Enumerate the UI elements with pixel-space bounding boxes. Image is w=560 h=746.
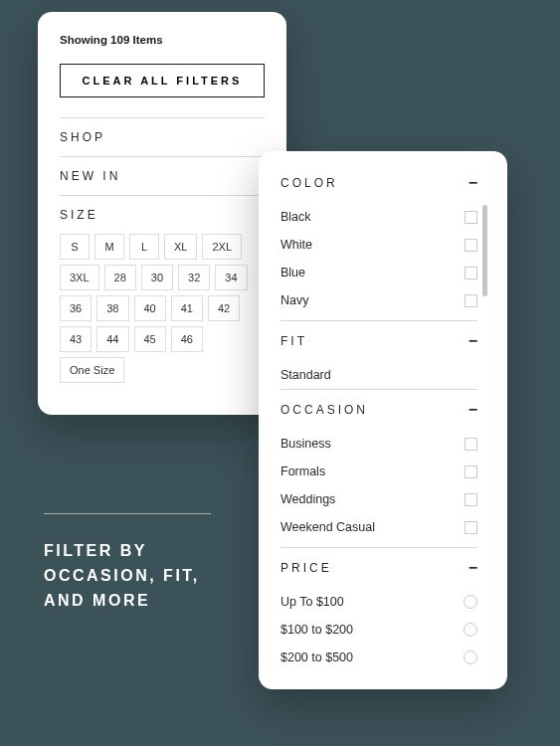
size-option[interactable]: 45 [134,326,166,352]
occasion-option-row[interactable]: Weddings [280,485,477,513]
size-option[interactable]: L [129,234,159,260]
color-option-row[interactable]: Navy [280,286,477,314]
section-title: OCCASION [280,403,368,417]
checkbox-icon[interactable] [465,239,477,252]
filter-panel-right: COLOR − Black White Blue Navy FIT − Stan… [259,151,507,689]
checkbox-icon[interactable] [465,521,477,534]
option-label: $100 to $200 [280,623,353,637]
section-title: SHOP [60,130,105,144]
occasion-option-row[interactable]: Business [280,430,477,458]
scrollbar[interactable] [482,205,487,316]
clear-all-filters-button[interactable]: CLEAR ALL FILTERS [60,64,265,97]
option-label: Navy [280,293,308,307]
color-option-row[interactable]: Blue [280,259,477,286]
price-option-row[interactable]: Up To $100 [280,588,477,616]
marketing-tagline: FILTER BY OCCASION, FIT, AND MORE [44,539,203,613]
size-option[interactable]: 41 [171,295,203,321]
checkbox-icon[interactable] [465,466,477,478]
section-title: NEW IN [60,169,120,183]
size-option[interactable]: 44 [96,326,128,352]
collapse-icon: − [468,175,477,191]
option-label: Blue [280,266,305,280]
option-label: Formals [280,465,325,478]
size-option[interactable]: 43 [60,326,92,352]
filter-panel-left: Showing 109 Items CLEAR ALL FILTERS SHOP… [38,12,286,415]
radio-icon[interactable] [464,623,477,637]
size-option[interactable]: 38 [96,295,128,321]
size-option[interactable]: 28 [104,265,136,290]
size-option[interactable]: 36 [60,295,92,321]
section-header-new-in[interactable]: NEW IN [60,157,265,195]
price-option-row[interactable]: $100 to $200 [280,616,477,644]
option-label: Business [280,437,331,451]
option-label: Weekend Casual [280,520,375,534]
option-label: Black [280,210,311,224]
price-options: Up To $100 $100 to $200 $200 to $500 [280,588,477,671]
section-header-price[interactable]: PRICE − [280,548,477,588]
fit-options: Standard [280,361,477,389]
results-count: Showing 109 Items [60,34,265,46]
radio-icon[interactable] [464,595,477,609]
collapse-icon: − [468,333,477,349]
checkbox-icon[interactable] [465,493,477,506]
size-option[interactable]: 32 [178,265,210,290]
checkbox-icon[interactable] [465,438,477,451]
size-option[interactable]: XL [164,234,197,260]
section-title: FIT [280,334,307,348]
option-label: Weddings [280,492,335,506]
option-label: White [280,238,312,252]
size-option[interactable]: M [94,234,124,260]
section-header-shop[interactable]: SHOP [60,118,265,156]
price-option-row[interactable]: $200 to $500 [280,644,477,671]
section-title: SIZE [60,208,98,222]
option-label: $200 to $500 [280,651,353,664]
radio-icon[interactable] [464,651,477,664]
size-option[interactable]: 40 [134,295,166,321]
color-options: Black White Blue Navy [280,203,477,314]
size-option[interactable]: 42 [208,295,240,321]
section-title: COLOR [280,176,338,190]
option-label: Up To $100 [280,595,344,609]
section-header-color[interactable]: COLOR − [280,163,477,203]
size-option[interactable]: 34 [215,265,247,290]
occasion-options: Business Formals Weddings Weekend Casual [280,430,477,541]
collapse-icon: − [468,402,477,418]
color-option-row[interactable]: White [280,231,477,259]
section-header-fit[interactable]: FIT − [280,321,477,361]
size-option[interactable]: S [60,234,90,260]
scrollbar-thumb[interactable] [482,205,487,296]
section-header-occasion[interactable]: OCCASION − [280,390,477,430]
checkbox-icon[interactable] [465,211,477,224]
occasion-option-row[interactable]: Formals [280,458,477,485]
option-label: Standard [280,368,331,382]
section-title: PRICE [280,561,332,575]
size-option[interactable]: 3XL [60,265,99,290]
tagline-divider [44,513,211,514]
size-option[interactable]: One Size [60,357,124,383]
size-option[interactable]: 46 [171,326,203,352]
size-option[interactable]: 30 [141,265,173,290]
fit-option-row[interactable]: Standard [280,361,477,389]
checkbox-icon[interactable] [465,267,477,280]
occasion-option-row[interactable]: Weekend Casual [280,513,477,541]
section-header-size[interactable]: SIZE [60,196,265,234]
collapse-icon: − [468,560,477,576]
color-option-row[interactable]: Black [280,203,477,231]
size-option[interactable]: 2XL [202,234,242,260]
checkbox-icon[interactable] [465,294,477,307]
size-options-grid: S M L XL 2XL 3XL 28 30 32 34 36 38 40 41… [60,234,265,397]
